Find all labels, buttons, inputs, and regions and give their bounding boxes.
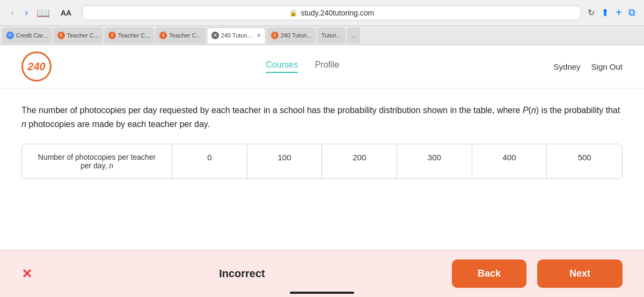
app-nav: 240 Courses Profile Sydney Sign Out	[0, 45, 644, 88]
nav-signout[interactable]: Sign Out	[591, 62, 623, 71]
address-text: study.240tutoring.com	[301, 9, 374, 17]
refresh-icon[interactable]: ↻	[588, 8, 595, 18]
back-arrow[interactable]: ‹	[9, 7, 16, 18]
app-content: 240 Courses Profile Sydney Sign Out The …	[0, 45, 644, 297]
table-col-500: 500	[547, 144, 622, 179]
next-button[interactable]: Next	[537, 259, 623, 288]
app-logo: 240	[21, 51, 52, 81]
address-bar[interactable]: 🔒 study.240tutoring.com	[82, 5, 581, 20]
aa-label[interactable]: AA	[56, 9, 76, 17]
tab-favicon-4: 2	[159, 32, 167, 39]
tab-label-8: ...	[351, 32, 356, 39]
bottom-bar: ✕ Incorrect Back Next	[0, 250, 644, 297]
tab-favicon-2: 2	[57, 32, 65, 39]
book-icon[interactable]: 📖	[36, 6, 50, 19]
forward-arrow[interactable]: ›	[23, 7, 30, 18]
tab-7[interactable]: Tutori...	[317, 27, 346, 43]
tab-label-4: Teacher C...	[169, 32, 201, 39]
tab-5-active[interactable]: ✕ 240 Tutori... ✕	[207, 27, 266, 43]
tab-label-5: 240 Tutori...	[221, 32, 252, 39]
table-col-400: 400	[472, 144, 547, 179]
tab-label-6: 240 Tutori...	[281, 32, 312, 39]
tab-label-3: Teacher C...	[118, 32, 150, 39]
back-button[interactable]: Back	[452, 259, 526, 288]
tab-4[interactable]: 2 Teacher C...	[155, 27, 205, 43]
table-header-label: Number of photocopies per teacherper day…	[22, 144, 172, 179]
incorrect-label: Incorrect	[43, 268, 441, 280]
lock-icon: 🔒	[289, 9, 297, 17]
incorrect-x-mark: ✕	[21, 266, 32, 281]
tab-2[interactable]: 2 Teacher C...	[53, 27, 103, 43]
tab-label-1: Credit Car...	[16, 32, 48, 39]
tab-favicon-3: 2	[108, 32, 116, 39]
browser-bar: ‹ › 📖 AA 🔒 study.240tutoring.com ↻ ⬆ + ⧉	[0, 0, 644, 26]
share-icon[interactable]: ⬆	[601, 7, 609, 19]
table-col-300: 300	[397, 144, 472, 179]
table-col-200: 200	[322, 144, 397, 179]
nav-user[interactable]: Sydney	[554, 62, 581, 71]
tab-favicon-5: ✕	[211, 32, 219, 39]
tab-favicon-1: G	[6, 32, 14, 39]
tab-8[interactable]: ...	[347, 27, 360, 43]
nav-link-courses[interactable]: Courses	[266, 60, 298, 73]
tab-3[interactable]: 2 Teacher C...	[104, 27, 154, 43]
tab-label-2: Teacher C...	[67, 32, 99, 39]
table-header-row: Number of photocopies per teacherper day…	[22, 144, 622, 179]
question-text: The number of photocopies per day reques…	[21, 103, 623, 131]
copy-icon[interactable]: ⧉	[628, 7, 635, 18]
table-col-100: 100	[247, 144, 323, 179]
table-col-0: 0	[172, 144, 247, 179]
nav-right: Sydney Sign Out	[554, 62, 623, 71]
tab-1[interactable]: G Credit Car...	[2, 27, 52, 43]
tab-6[interactable]: 2 240 Tutori...	[267, 27, 316, 43]
nav-link-profile[interactable]: Profile	[315, 60, 339, 73]
nav-links: Courses Profile	[266, 60, 339, 73]
bottom-indicator	[290, 292, 354, 294]
tab-close-5[interactable]: ✕	[257, 33, 261, 39]
probability-table: Number of photocopies per teacherper day…	[21, 144, 623, 179]
plus-icon[interactable]: +	[616, 6, 622, 19]
tab-favicon-6: 2	[271, 32, 279, 39]
tab-bar: G Credit Car... 2 Teacher C... 2 Teacher…	[0, 26, 644, 45]
tab-label-7: Tutori...	[321, 32, 341, 39]
